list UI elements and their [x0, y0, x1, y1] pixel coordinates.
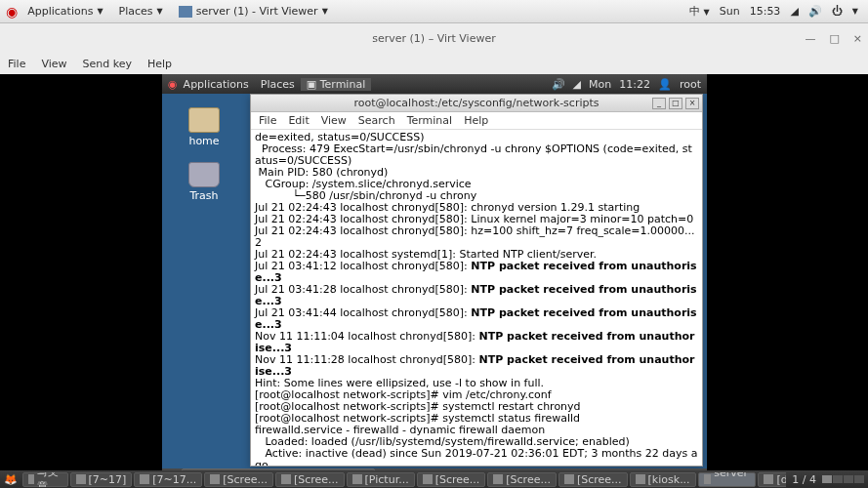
window-title: server (1) – Virt Viewer — [372, 32, 495, 45]
guest-user-icon[interactable]: 👤 — [658, 78, 672, 91]
host-task-button[interactable]: [deskt... — [758, 472, 786, 487]
menu-help[interactable]: Help — [147, 58, 172, 70]
guest-applications-menu[interactable]: Applications — [178, 78, 255, 91]
clock-time[interactable]: 15:53 — [750, 5, 781, 18]
terminal-line: Nov 11 11:11:28 localhost chronyd[580]: … — [255, 354, 698, 378]
desktop-trash-icon[interactable]: Trash — [180, 162, 228, 202]
host-applications-menu[interactable]: Applications▼ — [20, 5, 110, 18]
term-menu-terminal[interactable]: Terminal — [407, 114, 453, 127]
terminal-menubar: File Edit View Search Terminal Help — [251, 112, 702, 130]
host-task-button[interactable]: [7~17... — [134, 472, 202, 487]
guest-clock-time[interactable]: 11:22 — [619, 78, 650, 91]
window-thumb-icon — [636, 474, 645, 484]
window-thumb-icon — [140, 474, 149, 484]
host-taskbar: 🦊 写文章...[7~17][7~17...[Scree...[Scree...… — [0, 470, 868, 488]
host-task-button[interactable]: 写文章... — [22, 472, 68, 487]
host-workspace-indicator[interactable]: 1 / 4 — [786, 473, 822, 486]
window-thumb-icon — [564, 474, 574, 484]
host-task-button[interactable]: [Scree... — [417, 472, 486, 487]
host-app-indicator[interactable]: server (1) - Virt Viewer▼ — [171, 5, 336, 18]
term-menu-view[interactable]: View — [321, 114, 347, 127]
terminal-icon: ▣ — [307, 78, 316, 91]
term-menu-edit[interactable]: Edit — [288, 114, 309, 127]
guest-clock-day[interactable]: Mon — [589, 78, 611, 91]
terminal-line: Active: inactive (dead) since Sun 2019-0… — [255, 448, 698, 466]
terminal-line: Jul 21 03:41:28 localhost chronyd[580]: … — [255, 284, 698, 307]
guest-terminal-indicator[interactable]: ▣ Terminal — [301, 78, 371, 91]
menu-sendkey[interactable]: Send key — [83, 58, 132, 70]
close-button[interactable]: × — [853, 32, 862, 45]
guest-user[interactable]: root — [680, 78, 701, 91]
host-task-button[interactable]: [Scree... — [487, 472, 557, 487]
activities-icon: ◉ — [6, 4, 18, 20]
virt-viewer-icon — [179, 6, 192, 18]
host-task-button[interactable]: [Pictur... — [347, 472, 415, 487]
guest-activities-icon: ◉ — [168, 78, 178, 91]
terminal-line: Jul 21 02:24:43 localhost chronyd[580]: … — [255, 225, 698, 249]
guest-screen: ◉ Applications Places ▣ Terminal 🔊 ◢ Mon… — [162, 74, 707, 484]
guest-places-menu[interactable]: Places — [255, 78, 301, 91]
trash-icon — [188, 162, 220, 187]
host-task-button[interactable]: [Scree... — [558, 472, 628, 487]
term-menu-search[interactable]: Search — [358, 114, 395, 127]
vm-display[interactable]: ◉ Applications Places ▣ Terminal 🔊 ◢ Mon… — [0, 74, 868, 470]
guest-top-panel: ◉ Applications Places ▣ Terminal 🔊 ◢ Mon… — [162, 74, 707, 94]
host-task-button[interactable]: [7~17] — [70, 472, 133, 487]
minimize-button[interactable]: — — [805, 32, 815, 45]
firefox-icon[interactable]: 🦊 — [0, 473, 21, 486]
host-task-button[interactable]: [kiosk... — [630, 472, 696, 487]
window-thumb-icon — [764, 474, 773, 484]
host-top-panel: ◉ Applications▼ Places▼ server (1) - Vir… — [0, 0, 868, 23]
host-task-button[interactable]: server ... — [698, 472, 757, 487]
term-menu-help[interactable]: Help — [464, 114, 488, 127]
guest-desktop[interactable]: home Trash root@localhost:/etc/sysconfig… — [162, 94, 707, 468]
menu-file[interactable]: File — [8, 58, 25, 70]
terminal-line: Jul 21 03:41:12 localhost chronyd[580]: … — [255, 261, 698, 284]
virt-viewer-titlebar[interactable]: server (1) – Virt Viewer — □ × — [0, 23, 868, 53]
term-maximize-button[interactable]: □ — [669, 98, 682, 109]
volume-icon[interactable]: 🔊 — [808, 5, 822, 18]
terminal-titlebar[interactable]: root@localhost:/etc/sysconfig/network-sc… — [251, 95, 702, 112]
terminal-window: root@localhost:/etc/sysconfig/network-sc… — [250, 94, 703, 467]
input-lang[interactable]: 中 ▼ — [689, 4, 710, 19]
term-menu-file[interactable]: File — [259, 114, 276, 127]
host-task-button[interactable]: [Scree... — [204, 472, 273, 487]
wifi-icon[interactable]: ◢ — [790, 5, 798, 18]
term-minimize-button[interactable]: _ — [652, 98, 666, 109]
terminal-line: Nov 11 11:11:04 localhost chronyd[580]: … — [255, 331, 698, 354]
window-thumb-icon — [28, 474, 34, 484]
folder-icon — [188, 107, 220, 133]
terminal-output[interactable]: de=exited, status=0/SUCCESS) Process: 47… — [251, 130, 702, 466]
power-icon[interactable]: ⏻ — [832, 5, 843, 18]
terminal-line: Jul 21 03:41:44 localhost chronyd[580]: … — [255, 307, 698, 331]
host-places-menu[interactable]: Places▼ — [111, 5, 171, 18]
terminal-title: root@localhost:/etc/sysconfig/network-sc… — [353, 97, 599, 109]
term-close-button[interactable]: × — [685, 98, 699, 109]
maximize-button[interactable]: □ — [829, 32, 839, 45]
host-workspace-switcher[interactable] — [822, 475, 864, 483]
guest-network-icon[interactable]: ◢ — [573, 78, 581, 91]
window-thumb-icon — [76, 474, 86, 484]
virt-viewer-menubar: File View Send key Help — [0, 53, 868, 74]
window-thumb-icon — [704, 474, 712, 484]
desktop-home-icon[interactable]: home — [180, 107, 228, 147]
terminal-line: Process: 479 ExecStart=/usr/sbin/chronyd… — [255, 143, 698, 167]
window-thumb-icon — [281, 474, 291, 484]
menu-view[interactable]: View — [41, 58, 66, 70]
virt-viewer-window: server (1) – Virt Viewer — □ × File View… — [0, 23, 868, 470]
clock-day[interactable]: Sun — [720, 5, 740, 18]
window-thumb-icon — [423, 474, 433, 484]
host-task-button[interactable]: [Scree... — [275, 472, 345, 487]
window-thumb-icon — [493, 474, 503, 484]
window-thumb-icon — [210, 474, 220, 484]
window-thumb-icon — [352, 474, 362, 484]
guest-volume-icon[interactable]: 🔊 — [552, 78, 565, 91]
